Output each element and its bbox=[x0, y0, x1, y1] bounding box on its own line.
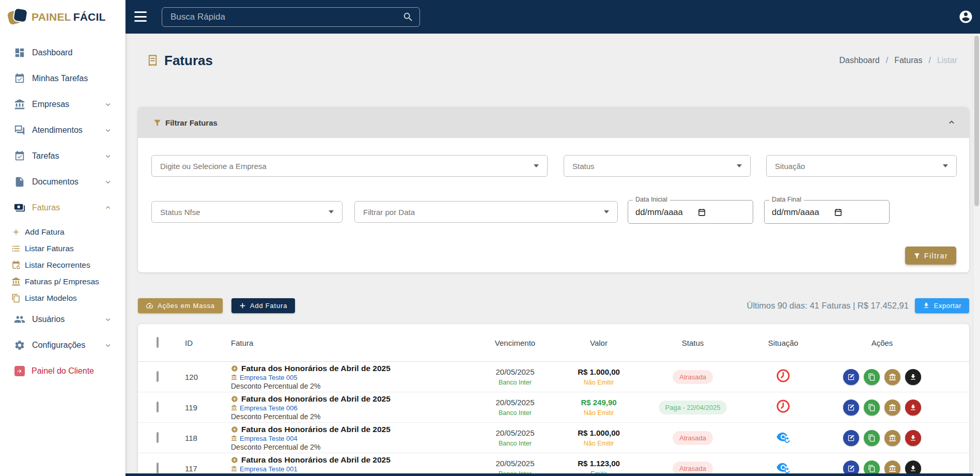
bank-icon bbox=[11, 277, 21, 286]
row-checkbox[interactable] bbox=[157, 432, 159, 443]
submenu-item-listar-faturas[interactable]: Listar Faturas bbox=[0, 240, 125, 257]
submenu-item-listar-modelos[interactable]: Listar Modelos bbox=[0, 290, 125, 306]
situacao-select[interactable]: Situação bbox=[766, 155, 957, 177]
sidebar-item-usuarios[interactable]: Usuários bbox=[0, 306, 125, 332]
edit-icon bbox=[847, 465, 855, 472]
sidebar-item-dashboard[interactable]: Dashboard bbox=[0, 40, 125, 66]
eye-refresh-icon[interactable] bbox=[776, 429, 790, 444]
bank-link[interactable]: Banco Inter bbox=[469, 440, 562, 447]
sidebar-item-tarefas[interactable]: Tarefas bbox=[0, 143, 125, 169]
list-icon bbox=[11, 244, 21, 253]
emit-link[interactable]: Não Emitir bbox=[562, 379, 636, 386]
faturas-submenu: Add Fatura Listar Faturas Listar Recorre… bbox=[0, 224, 125, 306]
duplicate-button[interactable] bbox=[864, 460, 880, 474]
edit-button[interactable] bbox=[843, 430, 859, 446]
data-inicial-input[interactable]: Data Inicial dd/mm/aaaa bbox=[628, 200, 753, 224]
row-checkbox[interactable] bbox=[157, 371, 159, 382]
filter-header[interactable]: Filtrar Faturas bbox=[138, 107, 969, 138]
edit-button[interactable] bbox=[843, 369, 859, 385]
download-button[interactable] bbox=[905, 430, 921, 446]
duplicate-button[interactable] bbox=[864, 430, 880, 446]
acoes-em-massa-button[interactable]: Ações em Massa bbox=[138, 298, 223, 313]
sidebar-item-minhas-tarefas[interactable]: Minhas Tarefas bbox=[0, 66, 125, 91]
company-link[interactable]: Empresa Teste 006 bbox=[240, 404, 298, 412]
logo-mark-icon bbox=[7, 6, 30, 28]
clock-icon[interactable] bbox=[776, 368, 790, 383]
collapse-chevron-up-icon[interactable] bbox=[946, 117, 957, 128]
select-all-checkbox[interactable] bbox=[157, 337, 159, 348]
duplicate-button[interactable] bbox=[864, 369, 880, 385]
add-circle-icon[interactable] bbox=[231, 426, 238, 433]
submenu-item-listar-recorrentes[interactable]: Listar Recorrentes bbox=[0, 257, 125, 273]
company-link[interactable]: Empresa Teste 001 bbox=[240, 465, 298, 473]
filter-title: Filtrar Faturas bbox=[165, 118, 217, 127]
sidebar-nav: Dashboard Minhas Tarefas Empresas Atendi… bbox=[0, 34, 125, 384]
exportar-button[interactable]: Exportar bbox=[915, 298, 969, 313]
bank-button[interactable] bbox=[884, 460, 900, 474]
invoice-value: R$ 1.000,00 bbox=[562, 367, 636, 376]
breadcrumb-dashboard[interactable]: Dashboard bbox=[839, 56, 879, 65]
account-icon[interactable] bbox=[958, 9, 973, 24]
download-button[interactable] bbox=[905, 369, 921, 385]
add-circle-icon[interactable] bbox=[231, 395, 238, 403]
row-checkbox[interactable] bbox=[157, 402, 159, 412]
select-arrow-icon bbox=[604, 210, 609, 213]
add-fatura-button[interactable]: Add Fatura bbox=[231, 298, 295, 313]
bank-button[interactable] bbox=[884, 369, 900, 385]
chevron-down-icon bbox=[103, 100, 113, 109]
bank-button[interactable] bbox=[884, 430, 900, 446]
status-select[interactable]: Status bbox=[564, 155, 751, 177]
menu-toggle-button[interactable] bbox=[134, 11, 148, 22]
emit-link[interactable]: Não Emitir bbox=[562, 409, 636, 417]
calendar-icon[interactable] bbox=[697, 208, 706, 217]
bank-button[interactable] bbox=[884, 400, 900, 416]
search-icon[interactable] bbox=[402, 11, 414, 23]
table-row: 119 Fatura dos Honorários de Abril de 20… bbox=[138, 392, 969, 423]
add-circle-icon[interactable] bbox=[231, 365, 238, 372]
invoice-title: Fatura dos Honorários de Abril de 2025 bbox=[241, 455, 391, 465]
document-icon bbox=[14, 176, 25, 188]
calendar-icon[interactable] bbox=[834, 208, 843, 217]
breadcrumb-faturas[interactable]: Faturas bbox=[894, 56, 922, 65]
add-circle-icon[interactable] bbox=[231, 456, 238, 464]
bank-icon bbox=[889, 434, 896, 442]
download-icon bbox=[909, 465, 917, 472]
vertical-scrollbar[interactable] bbox=[973, 34, 980, 476]
edit-button[interactable] bbox=[843, 460, 859, 474]
sidebar-item-documentos[interactable]: Documentos bbox=[0, 169, 125, 195]
data-final-input[interactable]: Data Final dd/mm/aaaa bbox=[764, 200, 890, 224]
download-button[interactable] bbox=[905, 400, 921, 416]
bank-link[interactable]: Banco Inter bbox=[469, 409, 562, 417]
sidebar-item-empresas[interactable]: Empresas bbox=[0, 91, 125, 117]
edit-button[interactable] bbox=[843, 400, 859, 416]
sidebar-item-atendimentos[interactable]: Atendimentos bbox=[0, 117, 125, 143]
bank-link[interactable]: Banco Inter bbox=[469, 379, 562, 386]
scrollbar-thumb[interactable] bbox=[974, 36, 979, 206]
submenu-item-add-fatura[interactable]: Add Fatura bbox=[0, 224, 125, 240]
clock-icon[interactable] bbox=[776, 399, 790, 413]
search-input[interactable] bbox=[162, 7, 420, 27]
duplicate-button[interactable] bbox=[864, 400, 880, 416]
bank-icon bbox=[889, 373, 896, 381]
emit-link[interactable]: Não Emitir bbox=[562, 440, 636, 447]
company-link[interactable]: Empresa Teste 005 bbox=[240, 374, 298, 381]
filtrar-button[interactable]: Filtrar bbox=[905, 247, 956, 265]
row-checkbox[interactable] bbox=[157, 463, 159, 473]
download-button[interactable] bbox=[905, 460, 921, 474]
eye-refresh-icon[interactable] bbox=[776, 460, 790, 473]
app-logo[interactable]: PAINELFÁCIL bbox=[0, 0, 125, 34]
invoice-table: ID Fatura Vencimento Valor Status Situaç… bbox=[138, 324, 969, 473]
sidebar-item-configuracoes[interactable]: Configurações bbox=[0, 332, 125, 358]
status-nfse-select[interactable]: Status Nfse bbox=[151, 201, 343, 223]
sidebar-item-painel-do-cliente[interactable]: Painel do Cliente bbox=[0, 358, 125, 384]
copy-icon bbox=[868, 434, 876, 442]
filtrar-por-data-select[interactable]: Filtrar por Data bbox=[354, 201, 618, 223]
empresa-select[interactable]: Digite ou Selecione a Empresa bbox=[151, 155, 548, 177]
logo-text: PAINELFÁCIL bbox=[32, 11, 105, 23]
due-date: 20/05/2025 bbox=[469, 398, 562, 407]
company-link[interactable]: Empresa Teste 004 bbox=[240, 435, 298, 442]
chevron-down-icon bbox=[103, 341, 113, 350]
sidebar-item-faturas[interactable]: Faturas bbox=[0, 195, 125, 221]
invoice-title: Fatura dos Honorários de Abril de 2025 bbox=[241, 394, 391, 404]
submenu-item-faturas-p-empresas[interactable]: Faturas p/ Empresas bbox=[0, 273, 125, 290]
